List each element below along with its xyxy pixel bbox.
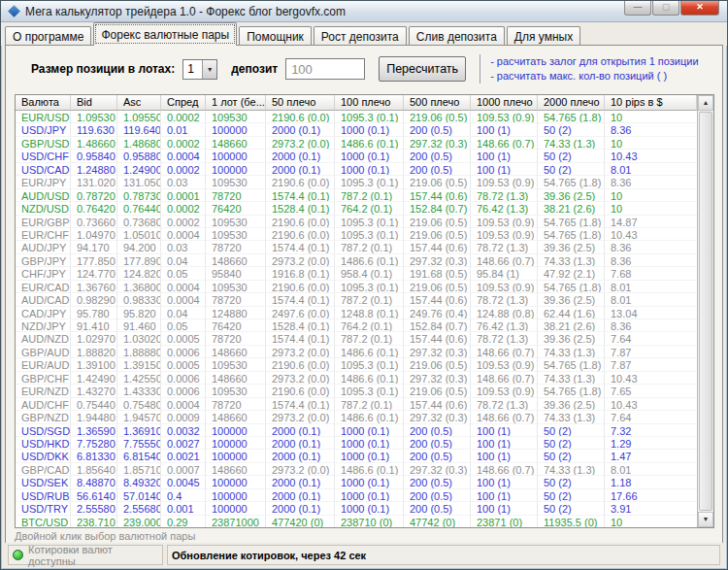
table-cell: 50 (2) [538, 163, 605, 176]
scroll-down-icon[interactable]: ▼ [698, 512, 713, 527]
table-cell: 1574.4 (0.1) [266, 189, 335, 202]
table-row[interactable]: GBP/CHF1.424901.425500.00061486602973.2 … [16, 372, 697, 385]
table-row[interactable]: USD/HKD7.752807.755500.00271000002000 (0… [16, 437, 697, 450]
scrollbar-track[interactable] [698, 111, 713, 512]
table-row[interactable]: GBP/NZD1.944801.945700.00091486602973.2 … [16, 411, 697, 423]
status-led-icon [13, 550, 23, 560]
scrollbar-thumb[interactable] [699, 112, 712, 511]
table-cell: 0.0004 [161, 150, 206, 162]
table-cell: 0.76440 [117, 202, 161, 215]
table-cell: 1.42490 [71, 372, 117, 385]
tab-deposit-growth[interactable]: Рост депозита [314, 26, 407, 46]
table-row[interactable]: USD/TRY2.555802.556800.0011000002000 (0.… [16, 502, 697, 515]
table-row[interactable]: AUD/USD0.787200.787300.0001787201574.4 (… [16, 189, 697, 202]
column-header[interactable]: 2000 плечо [538, 95, 605, 111]
table-row[interactable]: AUD/CHF0.754400.754800.0004787201574.4 (… [16, 398, 697, 411]
table-cell: 124880 [206, 307, 266, 319]
table-cell: 1.36800 [117, 281, 161, 293]
table-cell: 124.820 [117, 267, 161, 280]
table-row[interactable]: USD/SGD1.365901.369100.00321000002000 (0… [16, 424, 697, 437]
tab-about[interactable]: О программе [5, 26, 91, 46]
table-cell: 10 [605, 111, 697, 123]
table-row[interactable]: CAD/JPY95.78095.8200.041248802497.6 (0.0… [16, 307, 697, 319]
table-cell: 2973.2 (0.0) [266, 346, 335, 358]
table-row[interactable]: USD/DKK6.813306.815400.00211000002000 (0… [16, 450, 697, 462]
table-cell: 7.87 [605, 346, 697, 358]
column-header[interactable]: Bid [71, 95, 117, 111]
column-header[interactable]: 100 плечо [335, 95, 404, 111]
table-row[interactable]: BTC/USD238.710239.0000.2923871000477420 … [16, 516, 697, 527]
table-row[interactable]: USD/JPY119.630119.6400.011000002000 (0.1… [16, 123, 697, 136]
maximize-button[interactable]: ▢ [652, 1, 679, 16]
scroll-up-icon[interactable]: ▲ [698, 95, 713, 111]
table-cell: 0.78720 [71, 189, 117, 202]
tab-deposit-drain[interactable]: Слив депозита [409, 26, 505, 46]
tab-forex-pairs[interactable]: Форекс валютные пары [93, 22, 237, 46]
table-row[interactable]: USD/RUB56.614057.01400.41000002000 (0.1)… [16, 489, 697, 502]
table-row[interactable]: CHF/JPY124.770124.8200.05958401916.8 (0.… [16, 267, 697, 280]
table-cell: 10 [605, 189, 697, 202]
table-row[interactable]: EUR/CHF1.049701.050100.00041095302190.6 … [16, 228, 697, 241]
table-row[interactable]: EUR/GBP0.736600.736800.00021095302190.6 … [16, 216, 697, 228]
table-row[interactable]: NZD/JPY91.41091.4600.05764201528.4 (0.1)… [16, 319, 697, 332]
table-row[interactable]: EUR/AUD1.391001.391500.00051095302190.6 … [16, 358, 697, 371]
table-row[interactable]: USD/SEK8.488708.493200.00451000002000 (0… [16, 476, 697, 488]
table-cell: USD/RUB [16, 489, 71, 502]
table-row[interactable]: GBP/CAD1.856401.857100.00071486602973.2 … [16, 463, 697, 476]
table-cell: 8.36 [605, 319, 697, 332]
table-cell: AUD/NZD [16, 332, 71, 345]
table-cell: AUD/CHF [16, 398, 71, 411]
table-row[interactable]: NZD/USD0.764200.764400.0002764201528.4 (… [16, 202, 697, 215]
minimize-button[interactable]: — [624, 1, 651, 16]
chevron-down-icon[interactable]: ▼ [202, 60, 216, 79]
table-row[interactable]: EUR/CAD1.367601.368000.00041095302190.6 … [16, 281, 697, 293]
table-cell: 10.43 [605, 398, 697, 411]
table-row[interactable]: GBP/AUD1.888201.888800.00061486602973.2 … [16, 346, 697, 358]
table-row[interactable]: AUD/CAD0.982900.983300.0004787201574.4 (… [16, 293, 697, 306]
table-cell: 7.87 [605, 358, 697, 371]
table-cell: 200 (0.5) [404, 502, 471, 515]
table-row[interactable]: EUR/USD1.095301.095500.00021095302190.6 … [16, 111, 697, 123]
column-header[interactable]: 10 pips в $ [605, 95, 697, 111]
column-header[interactable]: 1000 плечо [471, 95, 538, 111]
table-cell: 1.94480 [71, 411, 117, 423]
table-cell: 0.0021 [161, 450, 206, 462]
table-cell: 8.01 [605, 293, 697, 306]
table-cell: 1486.6 (0.1) [335, 372, 404, 385]
table-row[interactable]: GBP/USD1.486601.486800.00021486602973.2 … [16, 137, 697, 150]
vertical-scrollbar[interactable]: ▲ ▼ [697, 95, 713, 527]
table-cell: 50 (2) [538, 123, 605, 136]
table-cell: 50 (2) [538, 150, 605, 162]
table-cell: 0.0002 [161, 202, 206, 215]
table-cell: 78.72 (1.3) [471, 398, 538, 411]
table-cell: 0.95840 [71, 150, 117, 162]
table-row[interactable]: AUD/JPY94.17094.2000.03787201574.4 (0.1)… [16, 241, 697, 253]
table-cell: 1000 (0.1) [335, 163, 404, 176]
table-cell: 76420 [206, 319, 266, 332]
column-header[interactable]: Asc [117, 95, 161, 111]
table-cell: 0.75440 [71, 398, 117, 411]
table-cell: 8.36 [605, 241, 697, 253]
column-header[interactable]: Валюта [16, 95, 71, 111]
table-cell: 148660 [206, 372, 266, 385]
tab-assistant[interactable]: Помощник [239, 26, 312, 46]
tab-for-smart[interactable]: Для умных [507, 26, 580, 46]
table-cell: 74.33 (1.3) [538, 372, 605, 385]
column-header[interactable]: 1 лот (бе... [206, 95, 266, 111]
column-header[interactable]: 500 плечо [404, 95, 471, 111]
table-row[interactable]: AUD/NZD1.029701.030200.0005787201574.4 (… [16, 332, 697, 345]
table-cell: 0.0001 [161, 189, 206, 202]
column-header[interactable]: 50 плечо [266, 95, 335, 111]
close-button[interactable]: ✕ [680, 1, 719, 16]
column-header[interactable]: Спред [161, 95, 206, 111]
table-row[interactable]: EUR/NZD1.432701.433300.00061095302190.6 … [16, 385, 697, 397]
table-row[interactable]: GBP/JPY177.850177.8900.041486602973.2 (0… [16, 254, 697, 267]
lot-size-combobox[interactable]: 1 ▼ [182, 59, 217, 80]
table-cell: 1574.4 (0.1) [266, 332, 335, 345]
table-cell: EUR/USD [16, 111, 71, 123]
table-row[interactable]: EUR/JPY131.020131.0500.031095302190.6 (0… [16, 176, 697, 188]
table-row[interactable]: USD/CHF0.958400.958800.00041000002000 (0… [16, 150, 697, 162]
table-row[interactable]: USD/CAD1.248801.249000.00021000002000 (0… [16, 163, 697, 176]
recalculate-button[interactable]: Пересчитать [379, 56, 466, 82]
deposit-input[interactable] [285, 58, 365, 80]
